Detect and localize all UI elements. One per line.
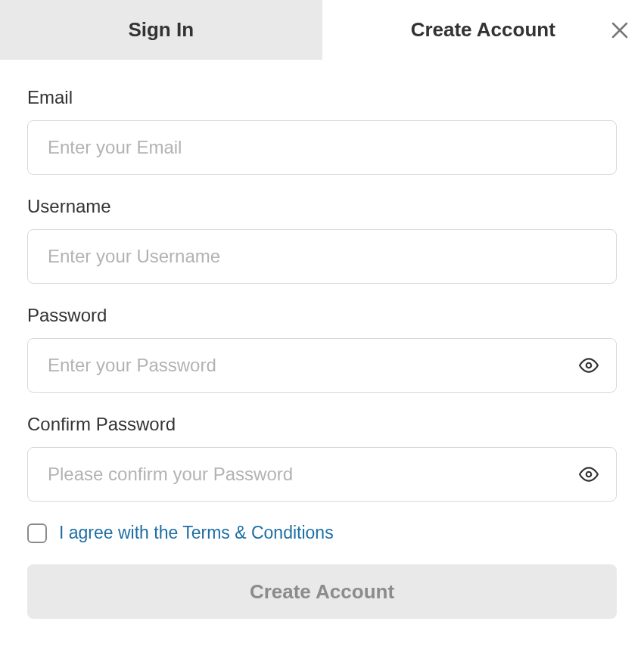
- username-field-group: Username: [27, 196, 617, 284]
- create-account-form: Email Username Password Confirm Password: [0, 60, 644, 640]
- eye-icon: [579, 464, 599, 484]
- password-input-wrapper: [27, 338, 617, 393]
- confirm-password-input-wrapper: [27, 447, 617, 502]
- terms-checkbox[interactable]: [27, 523, 47, 543]
- username-input[interactable]: [27, 229, 617, 284]
- confirm-password-label: Confirm Password: [27, 414, 617, 435]
- svg-point-2: [586, 363, 592, 368]
- eye-icon: [579, 356, 599, 375]
- confirm-password-field-group: Confirm Password: [27, 414, 617, 502]
- password-label: Password: [27, 305, 617, 326]
- create-account-button[interactable]: Create Account: [27, 564, 617, 619]
- username-input-wrapper: [27, 229, 617, 284]
- email-input-wrapper: [27, 120, 617, 175]
- tab-create-account[interactable]: Create Account: [322, 0, 645, 60]
- toggle-confirm-password-visibility[interactable]: [577, 463, 600, 486]
- svg-point-3: [586, 472, 592, 477]
- toggle-password-visibility[interactable]: [577, 354, 600, 377]
- close-icon: [611, 22, 628, 39]
- terms-link[interactable]: I agree with the Terms & Conditions: [59, 523, 334, 543]
- password-field-group: Password: [27, 305, 617, 393]
- tab-sign-in[interactable]: Sign In: [0, 0, 322, 60]
- terms-row: I agree with the Terms & Conditions: [27, 523, 617, 543]
- email-label: Email: [27, 87, 617, 108]
- email-input[interactable]: [27, 120, 617, 175]
- close-button[interactable]: [609, 20, 630, 41]
- auth-tabs: Sign In Create Account: [0, 0, 644, 60]
- username-label: Username: [27, 196, 617, 217]
- email-field-group: Email: [27, 87, 617, 175]
- confirm-password-input[interactable]: [27, 447, 617, 502]
- password-input[interactable]: [27, 338, 617, 393]
